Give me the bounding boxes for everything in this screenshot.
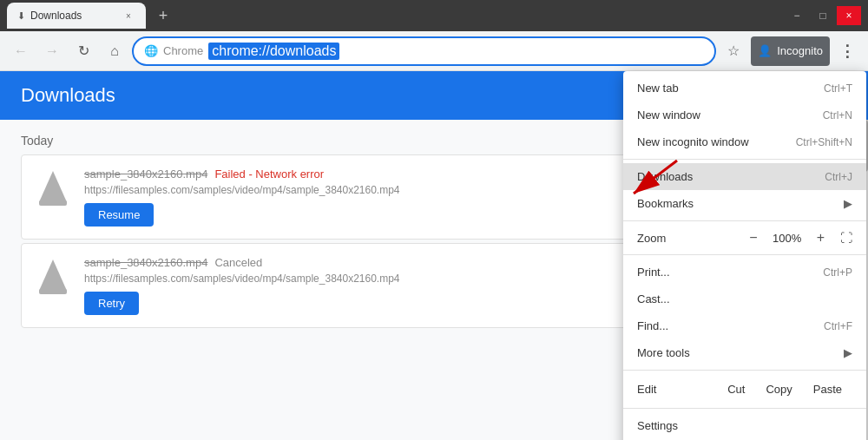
security-icon: 🌐 (144, 44, 158, 57)
chrome-dropdown-menu: New tab Ctrl+T New window Ctrl+N New inc… (623, 71, 866, 440)
bookmark-button[interactable]: ☆ (720, 37, 747, 65)
incognito-badge: 👤 Incognito (751, 36, 830, 66)
item-filename: sample_3840x2160.mp4 (84, 167, 207, 181)
item-status: Failed - Network error (214, 167, 324, 181)
menu-divider (623, 370, 866, 371)
file-icon (36, 256, 70, 298)
incognito-icon: 👤 (758, 44, 772, 57)
menu-item-shortcut: Ctrl+N (823, 109, 852, 121)
zoom-value: 100% (770, 232, 805, 245)
menu-item-label: New window (637, 108, 700, 121)
address-prefix: Chrome (163, 44, 203, 57)
menu-item-shortcut: Ctrl+J (825, 171, 852, 183)
menu-item-more-tools[interactable]: More tools ▶ (623, 339, 866, 366)
menu-divider (623, 408, 866, 409)
menu-item-zoom: Zoom − 100% + ⛶ (623, 225, 866, 251)
menu-item-label: Cast... (637, 292, 670, 305)
tab-download-icon: ⬇ (17, 10, 25, 22)
zoom-minus-button[interactable]: − (744, 228, 762, 247)
address-text: chrome://downloads (208, 43, 339, 60)
paste-button[interactable]: Paste (803, 379, 852, 399)
menu-item-new-window[interactable]: New window Ctrl+N (623, 102, 866, 128)
menu-item-label: Bookmarks (637, 197, 694, 210)
menu-item-downloads[interactable]: Downloads Ctrl+J (623, 163, 866, 190)
menu-item-label: More tools (637, 346, 690, 359)
menu-item-new-tab[interactable]: New tab Ctrl+T (623, 75, 866, 102)
vlc-icon (39, 171, 67, 206)
file-icon (36, 167, 70, 209)
menu-item-label: Find... (637, 319, 668, 332)
zoom-label: Zoom (637, 232, 666, 245)
menu-divider (623, 254, 866, 255)
home-button[interactable]: ⌂ (101, 37, 128, 65)
edit-actions: Cut Copy Paste (717, 379, 852, 399)
zoom-controls: − 100% + ⛶ (744, 228, 852, 247)
tab-title: Downloads (30, 10, 116, 22)
chrome-menu-button[interactable]: ⋮ (833, 37, 861, 65)
menu-item-new-incognito[interactable]: New incognito window Ctrl+Shift+N (623, 128, 866, 155)
reload-button[interactable]: ↻ (69, 37, 97, 65)
tabs-area: ⬇ Downloads × + (7, 3, 778, 29)
minimize-button[interactable]: − (785, 6, 809, 25)
title-bar: ⬇ Downloads × + − □ × (0, 0, 868, 31)
incognito-label: Incognito (777, 44, 823, 57)
cut-button[interactable]: Cut (717, 379, 755, 399)
resume-button[interactable]: Resume (84, 203, 154, 227)
forward-button[interactable]: → (38, 37, 66, 65)
menu-item-find[interactable]: Find... Ctrl+F (623, 312, 866, 339)
menu-item-bookmarks[interactable]: Bookmarks ▶ (623, 190, 866, 217)
page-title: Downloads (21, 84, 660, 107)
active-tab[interactable]: ⬇ Downloads × (7, 3, 146, 29)
menu-item-label: Downloads (637, 170, 693, 183)
retry-button[interactable]: Retry (84, 292, 139, 315)
window-controls: − □ × (785, 6, 861, 25)
address-bar[interactable]: 🌐 Chrome chrome://downloads (132, 36, 716, 66)
vlc-icon (39, 259, 67, 294)
arrow-icon: ▶ (844, 346, 852, 359)
menu-item-print[interactable]: Print... Ctrl+P (623, 259, 866, 286)
tab-close-button[interactable]: × (122, 9, 135, 23)
edit-label: Edit (637, 383, 717, 396)
menu-divider (623, 159, 866, 160)
menu-item-label: Settings (637, 419, 678, 432)
browser-toolbar: ← → ↻ ⌂ 🌐 Chrome chrome://downloads ☆ 👤 … (0, 31, 868, 71)
zoom-plus-button[interactable]: + (812, 228, 830, 247)
menu-item-edit-row: Edit Cut Copy Paste (623, 374, 866, 404)
menu-item-settings[interactable]: Settings (623, 412, 866, 439)
menu-item-shortcut: Ctrl+P (823, 266, 852, 279)
back-button[interactable]: ← (7, 37, 35, 65)
maximize-button[interactable]: □ (811, 6, 835, 25)
menu-divider (623, 220, 866, 221)
arrow-icon: ▶ (844, 197, 852, 210)
copy-button[interactable]: Copy (755, 379, 802, 399)
bookmark-icon: ☆ (727, 43, 740, 59)
menu-item-shortcut: Ctrl+F (824, 320, 852, 332)
menu-item-label: New incognito window (637, 135, 749, 148)
close-button[interactable]: × (837, 6, 861, 25)
menu-item-cast[interactable]: Cast... (623, 286, 866, 312)
menu-item-shortcut: Ctrl+T (824, 82, 852, 95)
item-filename: sample_3840x2160.mp4 (84, 256, 207, 269)
item-status: Canceled (214, 256, 262, 269)
new-tab-button[interactable]: + (151, 3, 175, 28)
menu-item-label: Print... (637, 266, 670, 279)
menu-item-label: New tab (637, 82, 679, 95)
fullscreen-button[interactable]: ⛶ (840, 231, 852, 245)
menu-item-shortcut: Ctrl+Shift+N (796, 136, 852, 148)
